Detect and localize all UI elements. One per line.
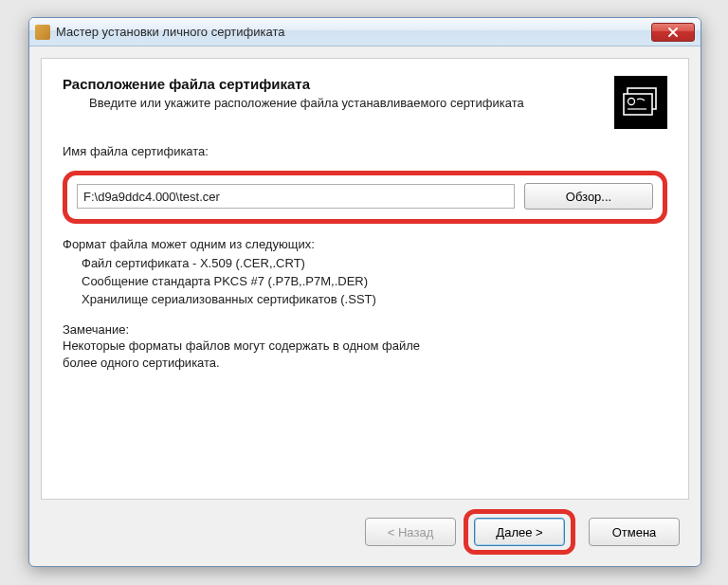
next-button-highlight: Далее > <box>464 509 575 555</box>
wizard-content: Расположение файла сертификата Введите и… <box>41 58 689 500</box>
file-path-label: Имя файла сертификата: <box>63 144 667 161</box>
note-text: Некоторые форматы файлов могут содержать… <box>63 338 667 372</box>
format-item: Файл сертификата - X.509 (.CER,.CRT) <box>82 255 667 273</box>
format-list: Файл сертификата - X.509 (.CER,.CRT) Соо… <box>63 255 667 309</box>
wizard-header: Расположение файла сертификата Введите и… <box>63 76 667 129</box>
wizard-footer: < Назад Далее > Отмена <box>41 511 689 553</box>
certificate-icon <box>614 76 667 129</box>
format-info: Формат файла может одним из следующих: Ф… <box>63 237 667 372</box>
browse-button[interactable]: Обзор... <box>524 183 653 210</box>
window-title: Мастер установки личного сертификата <box>56 25 651 39</box>
format-item: Хранилище сериализованных сертификатов (… <box>82 291 667 309</box>
file-input-highlight: Обзор... <box>63 171 667 224</box>
format-heading: Формат файла может одним из следующих: <box>63 237 667 251</box>
note-label: Замечание: <box>63 322 667 337</box>
svg-rect-1 <box>624 94 652 115</box>
app-icon <box>35 25 50 40</box>
close-icon <box>667 27 679 38</box>
titlebar[interactable]: Мастер установки личного сертификата <box>29 18 701 46</box>
page-subtitle: Введите или укажите расположение файла у… <box>63 96 599 110</box>
cancel-button[interactable]: Отмена <box>589 518 680 546</box>
wizard-window: Мастер установки личного сертификата Рас… <box>28 17 701 567</box>
file-path-input[interactable] <box>77 184 515 209</box>
close-button[interactable] <box>651 23 695 42</box>
page-title: Расположение файла сертификата <box>63 76 599 92</box>
format-item: Сообщение стандарта PKCS #7 (.P7B,.P7M,.… <box>82 273 667 291</box>
next-button[interactable]: Далее > <box>474 518 565 546</box>
back-button[interactable]: < Назад <box>365 518 456 546</box>
